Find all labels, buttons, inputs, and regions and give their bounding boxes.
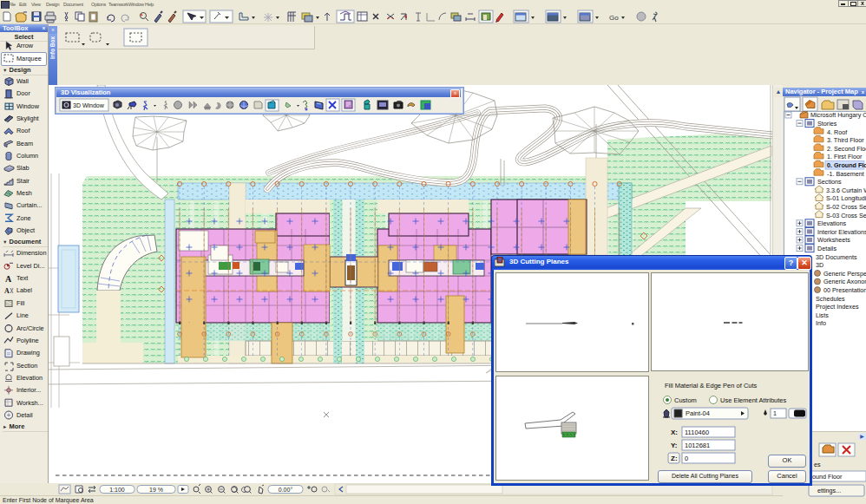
svg-text:A: A xyxy=(4,287,10,295)
svg-text:S-03 Cross Secti: S-03 Cross Secti xyxy=(826,212,866,219)
svg-text:3D Documents: 3D Documents xyxy=(816,253,857,261)
svg-text:Use Element Attributes: Use Element Attributes xyxy=(720,396,787,404)
svg-text:ound Floor: ound Floor xyxy=(812,473,843,481)
svg-text:3.3.6 Curtain W: 3.3.6 Curtain W xyxy=(826,187,866,194)
svg-text:1:100: 1:100 xyxy=(109,487,125,493)
svg-text:0. Ground Floo: 0. Ground Floo xyxy=(827,161,866,169)
svg-text:S-02 Cross Secti: S-02 Cross Secti xyxy=(826,203,866,211)
svg-text:Stories: Stories xyxy=(817,120,837,128)
svg-text:S-01 Longitudin: S-01 Longitudin xyxy=(826,194,866,202)
svg-text:1: 1 xyxy=(773,410,777,416)
svg-text:Elevations: Elevations xyxy=(817,219,847,227)
svg-text:Project Indexes: Project Indexes xyxy=(816,303,859,311)
svg-text:X:: X: xyxy=(671,429,678,436)
svg-text:1. First Floor: 1. First Floor xyxy=(827,153,863,160)
svg-text:Details: Details xyxy=(817,245,836,252)
svg-text:Sections: Sections xyxy=(817,178,842,186)
svg-text:Custom: Custom xyxy=(674,396,697,404)
svg-text:3D: 3D xyxy=(816,261,823,269)
svg-text:4. Roof: 4. Roof xyxy=(827,128,847,136)
svg-text:Lists: Lists xyxy=(816,311,829,319)
svg-text:Microsoft Hungary Offic: Microsoft Hungary Offic xyxy=(810,111,866,119)
svg-text:es: es xyxy=(814,461,821,468)
svg-text:Y:: Y: xyxy=(671,442,677,449)
svg-text:Interior Elevations: Interior Elevations xyxy=(817,228,866,236)
svg-text:Paint-04: Paint-04 xyxy=(686,409,710,417)
svg-text:3. Third Floor: 3. Third Floor xyxy=(827,136,864,144)
svg-text:1012681: 1012681 xyxy=(685,442,710,449)
svg-text:Generic Axonom: Generic Axonom xyxy=(823,278,866,285)
svg-text:Worksheets: Worksheets xyxy=(817,236,850,244)
svg-text:00 Presentation: 00 Presentation xyxy=(823,286,866,294)
svg-text:0: 0 xyxy=(685,455,688,462)
svg-text:-1. Basement: -1. Basement xyxy=(827,170,864,178)
svg-text:0.00°: 0.00° xyxy=(279,487,293,493)
svg-text:1110460: 1110460 xyxy=(685,429,709,436)
svg-text:Info: Info xyxy=(816,319,826,327)
svg-text:3D Window: 3D Window xyxy=(73,102,105,108)
svg-text:Schedules: Schedules xyxy=(816,295,845,303)
svg-text:19 %: 19 % xyxy=(149,487,163,493)
svg-text:Z:: Z: xyxy=(671,455,678,462)
svg-text:Go: Go xyxy=(609,14,619,22)
svg-text:Generic Perspec: Generic Perspec xyxy=(823,270,866,278)
svg-text:A: A xyxy=(5,274,12,284)
svg-text:ettings...: ettings... xyxy=(817,487,841,494)
svg-text:2. Second Floor: 2. Second Floor xyxy=(827,145,866,153)
